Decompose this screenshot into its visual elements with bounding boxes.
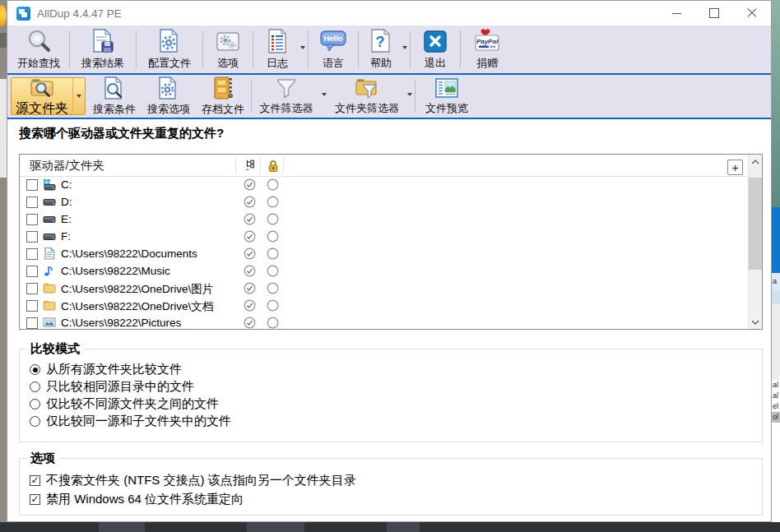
add-folder-button[interactable]: + <box>727 160 743 175</box>
alldup-window: AllDup 4.4.47 PE 开始查找 搜索结果 配置文件 <box>7 0 772 522</box>
row-checkbox[interactable] <box>26 179 38 191</box>
toolbar-button-archive-files[interactable]: 存档文件 <box>196 75 250 118</box>
row-checkbox[interactable] <box>26 300 38 312</box>
toolbar-button-exit[interactable]: 退出 <box>411 25 459 73</box>
log-dropdown-arrow-icon[interactable] <box>300 46 305 49</box>
radio-compare-same-source[interactable]: 只比较相同源目录中的文件 <box>20 378 762 396</box>
toolbar-button-language[interactable]: Hello 语言 <box>309 25 357 73</box>
radio-icon[interactable] <box>30 364 40 375</box>
recurse-check-icon[interactable] <box>244 265 256 277</box>
source-folders-dropdown-arrow-icon[interactable] <box>72 78 85 114</box>
toolbar-button-help[interactable]: ? 帮助 <box>360 25 409 73</box>
recurse-check-icon[interactable] <box>244 196 256 208</box>
protect-circle-icon[interactable] <box>267 230 279 243</box>
radio-compare-all-sources[interactable]: 从所有源文件夹比较文件 <box>20 361 762 378</box>
language-hello-icon: Hello <box>319 28 347 54</box>
list-item[interactable]: C: <box>20 176 748 193</box>
file-filter-dropdown-arrow-icon[interactable] <box>322 93 327 96</box>
row-checkbox[interactable] <box>26 266 38 277</box>
list-scrollbar[interactable] <box>748 155 762 329</box>
profile-file-icon <box>156 28 183 54</box>
archive-file-icon <box>211 76 235 100</box>
toolbar-button-file-filter[interactable]: 文件筛选器 <box>253 75 328 118</box>
folder-filter-dropdown-arrow-icon[interactable] <box>407 93 412 96</box>
column-header-drives-folders[interactable]: 驱动器/文件夹 <box>30 158 104 173</box>
minimize-button[interactable] <box>657 1 695 25</box>
svg-text:PayPal: PayPal <box>476 38 499 45</box>
protect-lock-column-icon[interactable] <box>267 159 279 173</box>
toolbar-button-source-folders[interactable]: 源文件夹 <box>11 77 86 115</box>
toolbar-button-search-results[interactable]: 搜索结果 <box>71 25 135 73</box>
list-item[interactable]: C:\Users\98222\Pictures <box>20 314 748 329</box>
list-item[interactable]: F: <box>20 228 748 245</box>
music-icon <box>43 264 56 277</box>
list-item[interactable]: C:\Users\98222\Music <box>20 262 748 280</box>
maximize-button[interactable] <box>695 1 733 25</box>
subfolder-recursion-column-icon[interactable] <box>244 159 256 172</box>
toolbar-button-log[interactable]: 日志 <box>254 25 307 73</box>
toolbar-button-start-search[interactable]: 开始查找 <box>9 25 68 73</box>
toolbar-button-options[interactable]: 选项 <box>204 25 252 73</box>
folder-icon <box>43 298 56 312</box>
checkbox-skip-ntfs-junctions[interactable]: 不搜索文件夹 (NTFS 交接点) 该点指向另一个文件夹目录 <box>20 471 762 490</box>
documents-icon <box>43 247 56 260</box>
taskbar[interactable] <box>0 522 780 532</box>
row-checkbox[interactable] <box>26 214 38 225</box>
search-start-icon <box>26 28 52 54</box>
system-drive-icon <box>43 178 56 191</box>
list-item[interactable]: D: <box>20 193 748 210</box>
folder-rows: C: D: E: <box>20 176 748 329</box>
source-folder-icon <box>29 76 55 99</box>
checkbox-icon[interactable] <box>30 475 40 486</box>
radio-icon[interactable] <box>30 382 40 392</box>
protect-circle-icon[interactable] <box>267 178 279 191</box>
list-item[interactable]: C:\Users\98222\OneDrive\文档 <box>20 297 748 314</box>
titlebar[interactable]: AllDup 4.4.47 PE <box>7 1 771 25</box>
row-checkbox[interactable] <box>26 231 38 243</box>
protect-circle-icon[interactable] <box>267 282 279 294</box>
radio-compare-source-and-subfolders[interactable]: 仅比较同一源和子文件夹中的文件 <box>20 413 762 430</box>
row-checkbox[interactable] <box>26 197 38 208</box>
row-checkbox[interactable] <box>26 317 38 329</box>
recurse-check-icon[interactable] <box>244 230 256 243</box>
drive-icon <box>43 212 56 225</box>
protect-circle-icon[interactable] <box>267 299 279 312</box>
recurse-check-icon[interactable] <box>244 317 256 329</box>
scroll-up-icon[interactable] <box>749 155 762 169</box>
list-item[interactable]: C:\Users\98222\Documents <box>20 245 748 262</box>
recurse-check-icon[interactable] <box>244 178 256 191</box>
row-checkbox[interactable] <box>26 283 38 294</box>
toolbar-button-search-options[interactable]: 搜索选项 <box>142 75 196 118</box>
scrollbar-thumb[interactable] <box>749 178 762 270</box>
protect-circle-icon[interactable] <box>267 213 279 225</box>
list-item[interactable]: E: <box>20 210 748 228</box>
file-preview-icon <box>434 76 460 99</box>
radio-icon[interactable] <box>30 416 40 427</box>
recurse-check-icon[interactable] <box>244 282 256 294</box>
toolbar-button-search-criteria[interactable]: 搜索条件 <box>87 75 142 118</box>
checkbox-disable-wow64-redirection[interactable]: 禁用 Windows 64 位文件系统重定向 <box>20 490 762 509</box>
toolbar-button-donate[interactable]: PayPal 捐赠 <box>462 25 513 73</box>
protect-circle-icon[interactable] <box>267 247 279 260</box>
radio-compare-different-sources[interactable]: 仅比较不同源文件夹之间的文件 <box>20 396 762 413</box>
source-folder-list: 驱动器/文件夹 C: <box>19 154 763 330</box>
toolbar-button-profile[interactable]: 配置文件 <box>137 25 202 73</box>
scroll-down-icon[interactable] <box>749 315 762 329</box>
recurse-check-icon[interactable] <box>244 213 256 225</box>
protect-circle-icon[interactable] <box>267 196 279 208</box>
protect-circle-icon[interactable] <box>267 317 279 329</box>
row-checkbox[interactable] <box>26 248 38 260</box>
recurse-check-icon[interactable] <box>244 247 256 260</box>
compare-mode-group: 比较模式 从所有源文件夹比较文件 只比较相同源目录中的文件 仅比较不同源文件夹之… <box>19 349 763 442</box>
toolbar-button-folder-filter[interactable]: 文件夹筛选器 <box>328 75 414 118</box>
list-item[interactable]: C:\Users\98222\OneDrive\图片 <box>20 280 748 297</box>
folder-icon <box>43 281 56 294</box>
protect-circle-icon[interactable] <box>267 265 279 277</box>
help-dropdown-arrow-icon[interactable] <box>402 46 407 49</box>
radio-icon[interactable] <box>30 399 40 409</box>
list-header[interactable]: 驱动器/文件夹 <box>20 155 748 177</box>
toolbar-button-file-preview[interactable]: 文件预览 <box>416 75 477 118</box>
checkbox-icon[interactable] <box>30 494 40 505</box>
close-button[interactable] <box>733 1 771 25</box>
recurse-check-icon[interactable] <box>244 299 256 312</box>
